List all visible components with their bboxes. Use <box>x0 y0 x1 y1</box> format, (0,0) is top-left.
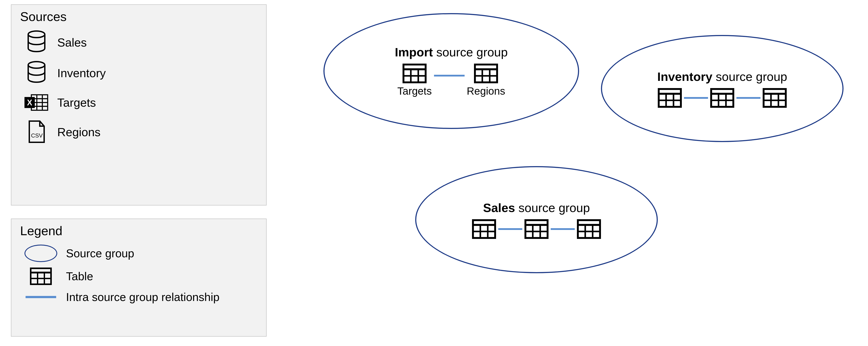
svg-rect-26 <box>659 89 681 107</box>
svg-rect-46 <box>525 220 548 238</box>
relationship-line <box>551 228 575 230</box>
table-label: Targets <box>397 85 432 97</box>
table-node-regions: Regions <box>467 64 505 97</box>
source-label: Inventory <box>57 66 106 80</box>
svg-rect-41 <box>473 220 495 238</box>
table-icon <box>710 88 734 108</box>
table-icon <box>524 219 549 239</box>
group-title: Sales source group <box>483 201 590 215</box>
group-title-rest: source group <box>515 201 590 215</box>
tables-row: Targets Regions <box>397 64 505 97</box>
svg-rect-51 <box>578 220 600 238</box>
legend-label: Intra source group relationship <box>66 290 219 304</box>
svg-text:X: X <box>27 98 32 107</box>
relationship-line <box>684 97 708 99</box>
legend-item-table: Table <box>25 268 257 285</box>
relationship-line <box>498 228 522 230</box>
sales-source-group: Sales source group <box>415 166 658 273</box>
svg-rect-36 <box>764 89 786 107</box>
legend-item-source-group: Source group <box>25 245 257 262</box>
source-label: Sales <box>57 36 87 49</box>
table-icon <box>403 64 427 83</box>
svg-point-1 <box>28 62 45 68</box>
source-item-regions: CSV Regions <box>25 120 257 144</box>
table-icon <box>25 268 57 285</box>
excel-icon: X <box>25 92 49 114</box>
table-icon <box>763 88 787 108</box>
legend-title: Legend <box>20 223 257 238</box>
tables-row <box>658 88 787 108</box>
table-icon <box>474 64 498 83</box>
svg-text:CSV: CSV <box>31 132 43 139</box>
group-title-rest: source group <box>433 45 508 59</box>
sources-panel: Sources Sales Inventory <box>11 4 267 206</box>
group-title-rest: source group <box>712 70 787 84</box>
relationship-line-icon <box>25 296 57 298</box>
group-title-bold: Sales <box>483 201 515 215</box>
tables-row <box>472 219 601 239</box>
svg-rect-11 <box>31 268 51 284</box>
svg-rect-21 <box>475 64 497 83</box>
source-label: Regions <box>57 125 100 139</box>
svg-point-0 <box>28 31 45 38</box>
table-icon <box>472 219 496 239</box>
ellipse-icon <box>25 245 57 262</box>
import-source-group: Import source group Targets Regions <box>323 13 579 129</box>
sources-title: Sources <box>20 9 257 24</box>
table-node-targets: Targets <box>397 64 432 97</box>
relationship-line <box>434 75 465 76</box>
table-icon <box>577 219 601 239</box>
table-icon <box>658 88 682 108</box>
group-title: Import source group <box>395 45 508 59</box>
legend-label: Source group <box>66 247 134 260</box>
svg-rect-16 <box>403 64 426 83</box>
group-title: Inventory source group <box>657 69 787 84</box>
database-icon <box>25 30 49 55</box>
source-item-inventory: Inventory <box>25 61 257 85</box>
group-title-bold: Inventory <box>657 70 712 84</box>
legend-panel: Legend Source group Table Intra source g… <box>11 219 267 337</box>
legend-item-relationship: Intra source group relationship <box>25 290 257 304</box>
group-title-bold: Import <box>395 45 433 59</box>
inventory-source-group: Inventory source group <box>601 35 843 142</box>
csv-icon: CSV <box>25 120 49 144</box>
source-item-targets: X Targets <box>25 92 257 114</box>
table-label: Regions <box>467 85 505 97</box>
source-item-sales: Sales <box>25 30 257 55</box>
legend-label: Table <box>66 270 93 283</box>
svg-rect-31 <box>711 89 733 107</box>
source-label: Targets <box>57 96 96 109</box>
relationship-line <box>737 97 761 99</box>
database-icon <box>25 61 49 85</box>
